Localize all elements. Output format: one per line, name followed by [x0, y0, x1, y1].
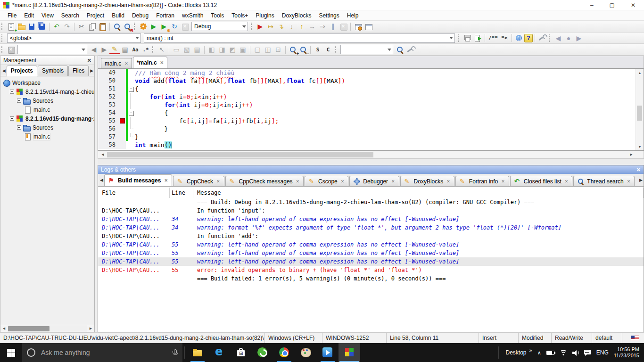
fold-column[interactable]: [128, 125, 134, 133]
doxy-block-comment-button[interactable]: /**: [487, 33, 499, 43]
code-line[interactable]: 49/// Hàm cộng 2 mảng 2 chiều: [98, 69, 636, 77]
step-into-instruction-button[interactable]: ⇒: [317, 22, 328, 32]
close-icon[interactable]: ✕: [501, 179, 505, 184]
run-button[interactable]: ▶: [149, 22, 159, 32]
close-icon[interactable]: ✕: [87, 58, 91, 64]
microphone-icon[interactable]: [173, 349, 178, 356]
incsearch-regex-button[interactable]: .*: [140, 45, 151, 55]
chevron-down-icon[interactable]: [447, 34, 454, 42]
step-into-button[interactable]: ↓: [286, 22, 297, 32]
menu-build[interactable]: Build: [108, 11, 128, 20]
menu-edit[interactable]: Edit: [20, 11, 38, 20]
menu-help[interactable]: Help: [343, 11, 363, 20]
maximize-button[interactable]: ▢: [610, 2, 615, 8]
doxy-config-button[interactable]: [537, 33, 547, 43]
close-icon[interactable]: ✕: [627, 179, 631, 184]
code-line[interactable]: 50void add(float fa[][MAX],float fb[][MA…: [98, 77, 636, 85]
code-line[interactable]: 58int main(): [98, 141, 636, 149]
tree-item-sources[interactable]: Sources: [0, 123, 94, 132]
symbols-browser-button[interactable]: S: [313, 45, 323, 55]
fold-column[interactable]: [128, 85, 134, 93]
hidden-icons-chevron-icon[interactable]: ∧: [537, 350, 541, 356]
scroll-tabs-left-icon[interactable]: ◀: [1, 65, 7, 76]
logs-tab-thread-search[interactable]: Thread search✕: [573, 176, 635, 186]
save-all-button[interactable]: [37, 22, 47, 32]
desktop-toolbar-label[interactable]: Desktop: [506, 349, 527, 356]
taskbar-app-paint[interactable]: [295, 343, 317, 362]
logs-tab-cscope[interactable]: Cscope✕: [305, 176, 348, 186]
various-info-button[interactable]: [363, 22, 373, 32]
fold-column[interactable]: [128, 117, 134, 125]
break-debugger-button[interactable]: ∥: [328, 22, 338, 32]
log-row[interactable]: D:\HOC-TAP\CAU...34warning: left-hand op…: [98, 215, 644, 223]
incsearch-clear-button[interactable]: [6, 45, 16, 55]
new-file-button[interactable]: +: [6, 22, 16, 32]
close-button[interactable]: ✕: [631, 2, 636, 8]
clock[interactable]: 10:56 PM 11/23/2015: [614, 346, 639, 359]
editor-tab-main-c[interactable]: main.c✕: [101, 58, 132, 68]
battery-icon[interactable]: [546, 351, 554, 355]
doxy-wizard-button[interactable]: [472, 33, 483, 43]
tree-item-main-c[interactable]: main.c: [0, 132, 94, 141]
next-instruction-button[interactable]: →: [307, 22, 317, 32]
thread-search-input[interactable]: [340, 45, 393, 54]
scroll-up-icon[interactable]: ▲: [636, 69, 644, 76]
doxy-extract-button[interactable]: [462, 33, 472, 43]
menu-doxyblocks[interactable]: DoxyBlocks: [278, 11, 315, 20]
scroll-tabs-left-icon[interactable]: ◀: [99, 174, 104, 186]
scroll-right-icon[interactable]: ▶: [627, 151, 635, 158]
taskbar-app-file-explorer[interactable]: [187, 343, 208, 362]
scroll-right-icon[interactable]: ▶: [87, 325, 94, 332]
expander-icon[interactable]: [17, 99, 21, 103]
taskbar-app-edge[interactable]: [208, 343, 230, 362]
language-indicator[interactable]: ENG: [596, 349, 609, 356]
menu-settings[interactable]: Settings: [315, 11, 343, 20]
align-fill-button[interactable]: ▣: [238, 45, 248, 55]
border-left-button[interactable]: ▢: [252, 45, 263, 55]
menu-search[interactable]: Search: [58, 11, 83, 20]
logs-tab-cppcheck-messages[interactable]: CppCheck messages✕: [225, 176, 304, 186]
incsearch-input[interactable]: [17, 45, 87, 54]
image-tool-button[interactable]: ▧: [182, 45, 192, 55]
tab-symbols[interactable]: Symbols: [38, 66, 68, 76]
prev-bookmark-button[interactable]: ◀: [553, 33, 563, 43]
tree-item-sources[interactable]: Sources: [0, 96, 94, 105]
paste-button[interactable]: [97, 22, 107, 32]
chevron-down-icon[interactable]: [133, 34, 140, 42]
close-icon[interactable]: ✕: [164, 178, 168, 183]
close-icon[interactable]: ✕: [565, 179, 569, 184]
log-row[interactable]: D:\HOC-TAP\CAU...55warning: left-hand op…: [98, 240, 644, 249]
scrollbar-thumb[interactable]: [107, 152, 373, 157]
logs-tab-debugger[interactable]: Debugger✕: [349, 176, 399, 186]
replace-button[interactable]: R: [122, 22, 132, 32]
logs-tab-fortran-info[interactable]: Fortran info✕: [455, 176, 509, 186]
log-row[interactable]: === Build failed: 1 error(s), 5 warning(…: [98, 274, 644, 283]
expander-icon[interactable]: [10, 90, 14, 94]
volume-icon[interactable]: [572, 350, 579, 356]
code-line[interactable]: 51{: [98, 85, 636, 93]
incsearch-selected-only-button[interactable]: ▤: [120, 45, 130, 55]
log-row[interactable]: D:\HOC-TAP\CAU...55error: invalid operan…: [98, 266, 644, 274]
notification-icon[interactable]: [584, 350, 591, 356]
menu-fortran[interactable]: Fortran: [152, 11, 178, 20]
menu-plugins[interactable]: Plugins: [252, 11, 278, 20]
code-line[interactable]: 52 for(int i=0;i<in;i++): [98, 93, 636, 101]
chevron-down-icon[interactable]: [80, 45, 87, 54]
tree-item-workspace[interactable]: Workspace: [0, 78, 94, 87]
log-row[interactable]: D:\HOC-TAP\CAU...In function 'input':: [98, 206, 644, 215]
logs-tab-doxyblocks[interactable]: DoxyBlocks✕: [400, 176, 454, 186]
fold-column[interactable]: [128, 93, 134, 101]
close-icon[interactable]: ✕: [216, 179, 220, 184]
step-out-button[interactable]: ↑: [297, 22, 307, 32]
thread-search-button[interactable]: [395, 45, 405, 55]
fold-column[interactable]: [128, 101, 134, 109]
next-line-button[interactable]: ↴: [276, 22, 286, 32]
scrollbar-thumb[interactable]: [8, 326, 50, 331]
undo-button[interactable]: ↶: [51, 22, 62, 32]
editor-tab-main-c[interactable]: *main.c✕: [133, 57, 167, 68]
rect-tool-button[interactable]: ▭: [171, 45, 182, 55]
copy-button[interactable]: [87, 22, 97, 32]
code-line[interactable]: 56 }: [98, 125, 636, 133]
menu-wxsmith[interactable]: wxSmith: [178, 11, 207, 20]
code-area[interactable]: 49/// Hàm cộng 2 mảng 2 chiều50void add(…: [98, 69, 636, 150]
